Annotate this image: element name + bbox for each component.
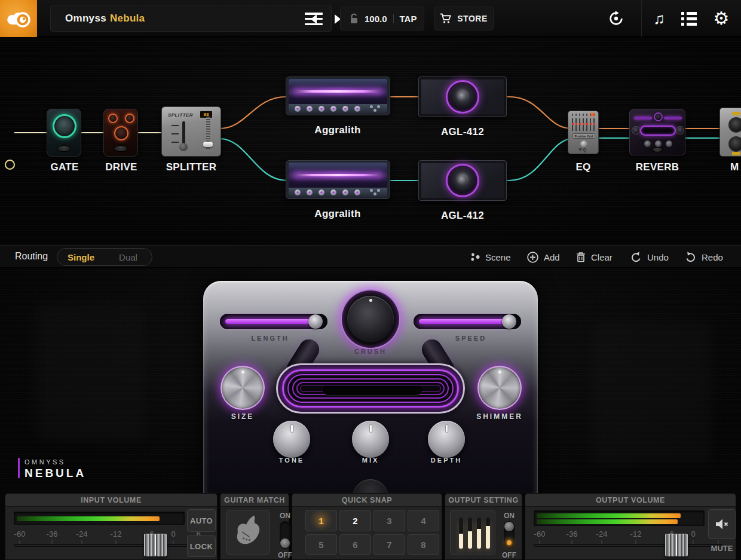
redo-button[interactable]: Redo [685, 246, 723, 268]
crush-knob[interactable] [341, 289, 400, 349]
snap-button-3[interactable]: 3 [373, 510, 405, 531]
amp-top-label: Aggralith [302, 124, 373, 136]
routing-toolbar: Routing Single Dual Scene Add Cle [0, 245, 741, 268]
fader-icon [477, 518, 481, 549]
mixer-chip [732, 112, 740, 115]
reverb-footswitch [651, 147, 663, 152]
drive-knob [125, 114, 134, 123]
amp-bottom[interactable] [286, 160, 390, 199]
cab-bottom[interactable] [418, 160, 507, 201]
signal-chain-canvas[interactable]: GATE DRIVE SPLITTER 88 SPLITTER [0, 37, 741, 245]
trash-icon [576, 252, 586, 262]
output-volume-handle[interactable] [665, 534, 688, 556]
speed-slider-handle[interactable] [502, 314, 516, 329]
store-button[interactable]: STORE [434, 7, 494, 30]
quick-snap-title: QUICK SNAP [292, 494, 442, 507]
guitar-match-toggle[interactable] [280, 521, 290, 549]
output-volume-slider[interactable] [534, 544, 722, 547]
reverb-slider [634, 117, 652, 120]
snap-button-7[interactable]: 7 [373, 534, 405, 555]
auto-button[interactable]: AUTO [187, 509, 216, 532]
pedal-footswitch[interactable] [353, 479, 388, 493]
chain-input-jack[interactable] [5, 160, 15, 170]
fader-icon [468, 518, 472, 549]
preset-brand: Omnyss [65, 13, 106, 24]
tone-knob[interactable] [273, 421, 310, 458]
scale-tick: -36 [47, 530, 58, 538]
mixer-knob [728, 136, 741, 152]
add-circle-icon [527, 252, 538, 263]
output-volume-title: OUTPUT VOLUME [525, 494, 736, 507]
splitter-label: SPLITTER [155, 161, 227, 173]
crush-label: CRUSH [341, 348, 400, 355]
amp-screen [289, 163, 387, 188]
output-setting-button[interactable] [450, 510, 495, 555]
guitar-match-toggle-knob[interactable] [280, 538, 290, 548]
divider [641, 0, 642, 37]
mix-knob[interactable] [352, 421, 389, 458]
preset-list-button[interactable] [675, 0, 703, 37]
input-volume-panel: INPUT VOLUME -60 -36 -24 -12 -6 0 6 AUTO… [5, 493, 218, 560]
history-restore-button[interactable] [602, 0, 630, 37]
drive-pedal[interactable] [103, 109, 138, 157]
shimmer-label: SHIMMER [470, 412, 529, 421]
undo-label: Undo [647, 252, 669, 262]
length-slider-handle[interactable] [308, 314, 323, 329]
nebula-display [276, 363, 465, 414]
amp-top[interactable] [286, 76, 390, 115]
mute-button[interactable] [708, 509, 736, 539]
tap-tempo-button[interactable]: TAP [400, 14, 417, 24]
top-toolbar: OmnyssNebula 100.0 TAP STORE [0, 0, 741, 37]
cart-icon [440, 13, 452, 24]
splitter-face-text: SPLITTER [168, 112, 193, 118]
looper-music-button[interactable]: ♫ [647, 0, 672, 37]
cab-top[interactable] [418, 76, 507, 117]
snap-button-6[interactable]: 6 [339, 534, 371, 555]
reverb-racetrack [640, 126, 676, 136]
snap-button-5[interactable]: 5 [305, 534, 337, 555]
output-setting-toggle-knob[interactable] [504, 522, 514, 531]
size-knob[interactable] [221, 366, 265, 410]
mixer-device[interactable] [719, 108, 741, 157]
eq-pedal[interactable]: Positive Grid EQ [568, 111, 599, 154]
cloud-logo-icon [6, 8, 31, 29]
settings-button[interactable]: ⚙ [708, 0, 735, 37]
guitar-match-button[interactable] [226, 510, 270, 555]
routing-mode-dual[interactable]: Dual [105, 252, 152, 262]
scale-tick: -12 [630, 530, 642, 538]
splitter-device[interactable]: SPLITTER 88 [161, 106, 221, 157]
length-label: LENGTH [240, 335, 300, 342]
length-slider[interactable] [220, 314, 327, 329]
undo-button[interactable]: Undo [630, 246, 669, 268]
routing-mode-single[interactable]: Single [57, 252, 105, 262]
shimmer-knob[interactable] [477, 366, 522, 410]
tempo-control[interactable]: 100.0 TAP [340, 7, 424, 30]
input-volume-slider[interactable] [14, 544, 203, 547]
reverb-pedal[interactable] [629, 109, 685, 155]
output-setting-toggle[interactable] [504, 521, 515, 549]
preset-menu-button[interactable] [305, 13, 323, 25]
amp-panel [289, 188, 387, 197]
input-volume-handle[interactable] [144, 534, 167, 556]
guitar-icon [232, 514, 264, 551]
app-logo[interactable] [0, 0, 37, 37]
speed-slider-fill [419, 319, 510, 324]
length-slider-fill [225, 319, 316, 324]
snap-button-2[interactable]: 2 [339, 510, 371, 531]
gate-pedal[interactable] [47, 109, 81, 157]
depth-knob[interactable] [428, 421, 465, 458]
history-icon [608, 10, 624, 27]
add-button[interactable]: Add [527, 246, 560, 268]
eq-led [591, 113, 594, 116]
output-setting-panel: OUTPUT SETTING ON OFF [445, 493, 522, 560]
lock-button[interactable]: LOCK [187, 535, 216, 557]
clear-button[interactable]: Clear [576, 246, 613, 268]
output-setting-title: OUTPUT SETTING [445, 494, 522, 507]
snap-button-8[interactable]: 8 [408, 534, 439, 555]
scene-button[interactable]: Scene [471, 246, 511, 268]
snap-button-1[interactable]: 1 [305, 510, 337, 531]
speed-slider[interactable] [414, 314, 521, 329]
preset-selector[interactable]: OmnyssNebula [50, 5, 332, 32]
background-texture [592, 322, 711, 465]
snap-button-4[interactable]: 4 [408, 510, 439, 531]
